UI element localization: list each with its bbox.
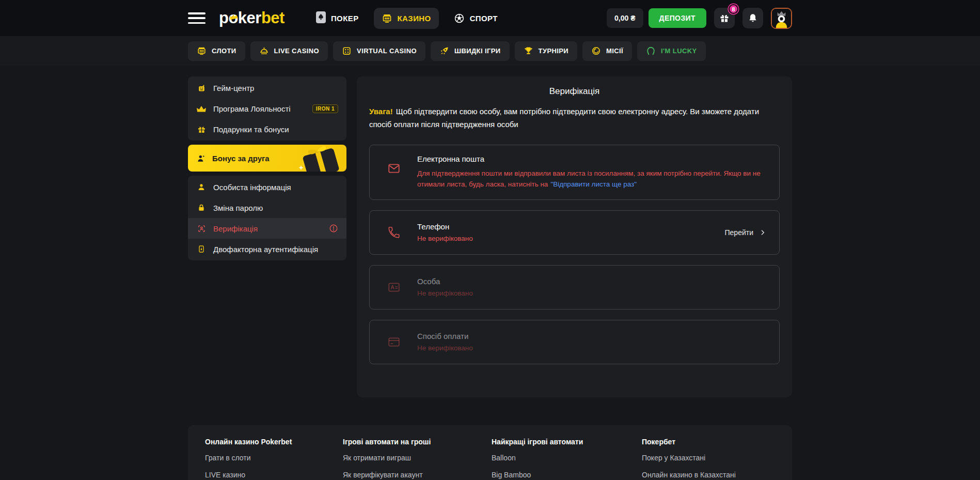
footer-column-pokerbet: Покербет Покер у Казахстані Онлайн казин… bbox=[642, 438, 775, 480]
logo-text-bet: bet bbox=[261, 9, 284, 27]
sidebar-item-label: Особиста інформація bbox=[213, 183, 291, 192]
subnav-slots-label: СЛОТИ bbox=[212, 47, 236, 55]
email-card-title: Електронна пошта bbox=[417, 154, 767, 163]
sidebar-item-verification[interactable]: Верифікація bbox=[188, 218, 346, 239]
footer-link[interactable]: Як верифікувати акаунт bbox=[343, 471, 492, 479]
payment-verification-card: Спосіб оплати Не верифіковано bbox=[369, 320, 780, 364]
sidebar-item-gifts[interactable]: Подарунки та бонуси bbox=[188, 119, 346, 140]
deposit-button[interactable]: ДЕПОЗИТ bbox=[649, 8, 706, 28]
payment-card-title: Спосіб оплати bbox=[417, 332, 473, 340]
credit-card-icon bbox=[387, 335, 401, 349]
footer-column-title: Ігрові автомати на гроші bbox=[343, 438, 492, 446]
phone-verification-card: Телефон Не верифіковано Перейти bbox=[369, 210, 780, 255]
top-bar: pokerbet ПОКЕР КАЗИНО bbox=[0, 0, 980, 36]
sidebar-item-change-password[interactable]: Зміна паролю bbox=[188, 197, 346, 218]
phone-card-title: Телефон bbox=[417, 222, 473, 231]
header-actions: 0,00 ₴ ДЕПОЗИТ 8 bbox=[607, 8, 792, 29]
referral-banner-label: Бонус за друга bbox=[212, 154, 270, 163]
logo-text-poker: poker bbox=[219, 9, 261, 27]
sidebar-item-label: Гейм-центр bbox=[213, 84, 254, 92]
loyalty-level-badge: IRON 1 bbox=[312, 104, 338, 113]
coin-swirl-icon bbox=[591, 46, 601, 56]
subnav-quick-games[interactable]: ШВИДКІ ІГРИ bbox=[431, 41, 510, 61]
nav-casino[interactable]: КАЗИНО bbox=[374, 8, 439, 29]
identity-card-title: Особа bbox=[417, 277, 473, 286]
sidebar-item-label: Верифікація bbox=[213, 224, 258, 233]
subnav-virtual-casino[interactable]: VIRTUAL CASINO bbox=[333, 41, 425, 61]
footer-column-slots-for-money: Ігрові автомати на гроші Як отримати виг… bbox=[343, 438, 492, 480]
footer-link[interactable]: LIVE казино bbox=[205, 471, 343, 479]
footer-link[interactable]: Як отримати виграш bbox=[343, 454, 492, 462]
nav-poker-label: ПОКЕР bbox=[331, 14, 359, 23]
phone-verify-go-button[interactable]: Перейти bbox=[725, 228, 767, 237]
phone-icon bbox=[387, 226, 401, 239]
balance-pill[interactable]: 0,00 ₴ bbox=[607, 8, 643, 28]
verification-cards: Електронна пошта Для підтвердження пошти… bbox=[369, 145, 780, 364]
chevron-right-icon bbox=[758, 228, 767, 237]
sidebar-group-bonuses: Гейм-центр Програма Лояльності IRON 1 По… bbox=[188, 76, 346, 141]
game-center-icon bbox=[196, 84, 207, 92]
subnav-virtual-casino-label: VIRTUAL CASINO bbox=[357, 47, 417, 55]
verification-warning: Увага!Щоб підтвердити свою особу, вам по… bbox=[369, 105, 780, 131]
subnav-im-lucky[interactable]: I'M LUCKY bbox=[637, 41, 706, 61]
footer-column-title: Покербет bbox=[642, 438, 775, 446]
email-card-message: Для підтвердження пошти ми відправили ва… bbox=[417, 168, 767, 190]
footer-column-online-casino: Онлайн казино Pokerbet Грати в слоти LIV… bbox=[205, 438, 343, 480]
subnav-missions[interactable]: МІСІЇ bbox=[582, 41, 632, 61]
nav-sport-label: СПОРТ bbox=[470, 14, 498, 23]
two-factor-icon bbox=[196, 245, 207, 253]
identity-verification-card: Особа Не верифіковано bbox=[369, 265, 780, 309]
crown-icon bbox=[196, 105, 207, 113]
nav-casino-label: КАЗИНО bbox=[398, 14, 431, 23]
sidebar-item-game-center[interactable]: Гейм-центр bbox=[188, 78, 346, 98]
gifts-button[interactable]: 8 bbox=[714, 8, 735, 28]
hamburger-menu-icon[interactable] bbox=[188, 12, 206, 24]
nav-poker[interactable]: ПОКЕР bbox=[308, 6, 367, 30]
alert-circle-icon bbox=[329, 224, 338, 233]
footer-link[interactable]: Покер у Казахстані bbox=[642, 454, 775, 462]
sidebar-item-label: Зміна паролю bbox=[213, 204, 263, 212]
nav-sport[interactable]: СПОРТ bbox=[446, 8, 505, 29]
gift-icon bbox=[196, 125, 207, 134]
subnav-tournaments[interactable]: ТУРНІРИ bbox=[515, 41, 578, 61]
sidebar-item-two-factor[interactable]: Двофакторна аутентифікація bbox=[188, 239, 346, 259]
gift-icon bbox=[719, 13, 730, 23]
footer-column-best-slots: Найкращі ігрові автомати Balloon Big Bam… bbox=[492, 438, 642, 480]
playing-card-icon bbox=[316, 11, 326, 25]
referral-bonus-banner[interactable]: Бонус за друга bbox=[188, 145, 346, 172]
avatar[interactable] bbox=[771, 8, 792, 29]
sidebar-item-loyalty[interactable]: Програма Лояльності IRON 1 bbox=[188, 98, 346, 119]
footer-link[interactable]: Balloon bbox=[492, 454, 642, 462]
sidebar-group-account: Особиста інформація Зміна паролю Верифік… bbox=[188, 176, 346, 260]
pokerbet-logo[interactable]: pokerbet bbox=[219, 9, 284, 27]
subnav-live-casino[interactable]: LIVE CASINO bbox=[250, 41, 328, 61]
slot-machine-icon bbox=[382, 13, 392, 24]
phone-card-status: Не верифіковано bbox=[417, 235, 473, 242]
referral-person-icon bbox=[196, 153, 206, 163]
subnav-live-casino-label: LIVE CASINO bbox=[274, 47, 319, 55]
gift-box-illustration bbox=[274, 145, 346, 172]
sidebar-item-label: Програма Лояльності bbox=[213, 104, 291, 113]
warning-text: Щоб підтвердити свою особу, вам потрібно… bbox=[369, 107, 759, 129]
lock-icon bbox=[196, 204, 207, 212]
footer-link[interactable]: Big Bamboo bbox=[492, 471, 642, 479]
sidebar-item-label: Подарунки та бонуси bbox=[213, 125, 289, 134]
footer-link[interactable]: Онлайн казино в Казахстані bbox=[642, 471, 775, 479]
primary-nav: ПОКЕР КАЗИНО СПОРТ bbox=[308, 6, 505, 30]
subnav-slots[interactable]: СЛОТИ bbox=[188, 41, 245, 61]
footer-link[interactable]: Грати в слоти bbox=[205, 454, 343, 462]
resend-email-link[interactable]: "Відправити листа ще раз" bbox=[550, 180, 637, 188]
casino-subnav: СЛОТИ LIVE CASINO VIRTUAL CASINO ШВИДКІ … bbox=[0, 36, 980, 66]
footer-column-title: Онлайн казино Pokerbet bbox=[205, 438, 343, 446]
sidebar-item-label: Двофакторна аутентифікація bbox=[213, 245, 318, 254]
notifications-button[interactable] bbox=[742, 8, 763, 28]
subnav-missions-label: МІСІЇ bbox=[606, 47, 623, 55]
roulette-dome-icon bbox=[259, 46, 269, 56]
gift-count-badge: 8 bbox=[729, 4, 738, 14]
subnav-quick-games-label: ШВИДКІ ІГРИ bbox=[454, 47, 501, 55]
id-card-icon bbox=[387, 281, 401, 294]
trophy-icon bbox=[524, 46, 533, 56]
slots-icon bbox=[197, 46, 207, 56]
bell-icon bbox=[748, 13, 758, 23]
sidebar-item-personal-info[interactable]: Особиста інформація bbox=[188, 177, 346, 197]
